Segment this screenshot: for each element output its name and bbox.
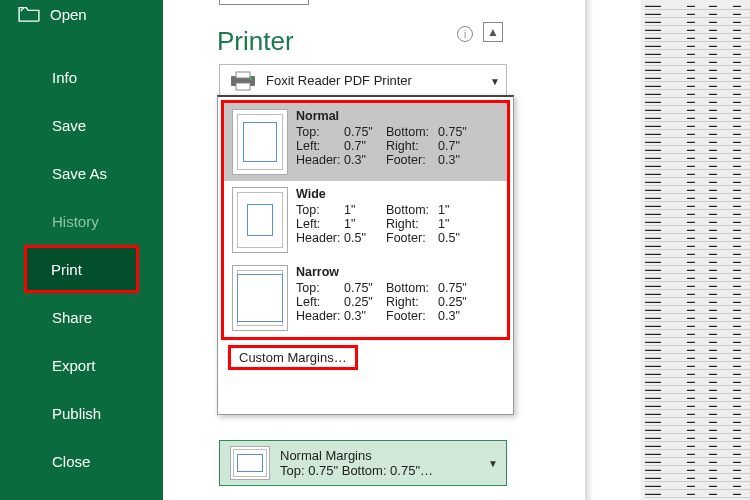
margins-selector[interactable]: Normal Margins Top: 0.75" Bottom: 0.75"…… (219, 440, 507, 486)
scroll-up-button[interactable]: ▲ (483, 22, 503, 42)
margin-preview-icon (232, 187, 288, 253)
svg-rect-1 (236, 72, 250, 78)
chevron-down-icon: ▼ (488, 458, 498, 469)
sidebar-item-info[interactable]: Info (0, 53, 163, 101)
margin-preview-icon (230, 446, 270, 480)
custom-margins-item[interactable]: Custom Margins… (228, 344, 507, 370)
sidebar-item-history: History (0, 197, 163, 245)
margin-preview-icon (232, 265, 288, 331)
margins-option-narrow[interactable]: Narrow Top:0.75" Bottom:0.75" Left:0.25"… (224, 259, 507, 337)
sidebar-item-publish[interactable]: Publish (0, 389, 163, 437)
svg-point-3 (250, 78, 252, 80)
copies-field[interactable] (219, 0, 309, 5)
printer-icon (228, 69, 258, 93)
sidebar-item-print[interactable]: Print (24, 245, 139, 293)
print-main-panel: i ▲ Printer Foxit Reader PDF Printer ▼ N… (163, 0, 750, 500)
sidebar-item-save-as[interactable]: Save As (0, 149, 163, 197)
margins-option-wide[interactable]: Wide Top:1" Bottom:1" Left:1" Right:1" H… (224, 181, 507, 259)
info-icon[interactable]: i (457, 26, 473, 42)
sidebar-item-share[interactable]: Share (0, 293, 163, 341)
margins-selected-title: Normal Margins (280, 448, 433, 463)
svg-rect-2 (236, 83, 250, 90)
section-title-printer: Printer (217, 26, 294, 57)
margin-preview-icon (232, 109, 288, 175)
print-preview-page: ▬▬▬▬▬▬▬▬▬▬▬▬▬▬▬▬▬▬▬▬▬▬▬▬▬▬▬▬▬▬▬▬▬▬▬▬▬▬▬▬… (641, 0, 750, 500)
sidebar-item-close[interactable]: Close (0, 437, 163, 485)
sidebar-item-export[interactable]: Export (0, 341, 163, 389)
printer-selector[interactable]: Foxit Reader PDF Printer ▼ (219, 64, 507, 98)
chevron-down-icon: ▼ (490, 76, 500, 87)
backstage-sidebar: Open Info Save Save As History Print Sha… (0, 0, 163, 500)
margins-option-normal[interactable]: Normal Top:0.75" Bottom:0.75" Left:0.7" … (224, 103, 507, 181)
margins-selected-detail: Top: 0.75" Bottom: 0.75"… (280, 463, 433, 478)
open-folder-icon (18, 4, 40, 25)
sidebar-item-save[interactable]: Save (0, 101, 163, 149)
margins-dropdown-popup: Normal Top:0.75" Bottom:0.75" Left:0.7" … (217, 95, 514, 415)
sidebar-item-open[interactable]: Open (0, 0, 163, 35)
printer-name: Foxit Reader PDF Printer (266, 74, 412, 88)
sidebar-item-label: Open (50, 6, 87, 23)
